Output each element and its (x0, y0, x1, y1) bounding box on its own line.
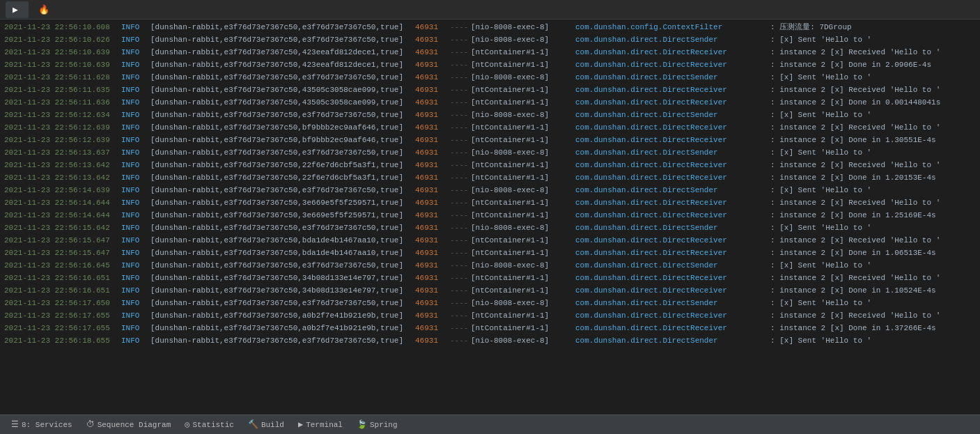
log-class[interactable]: com.dunshan.direct.DirectSender (575, 109, 770, 121)
log-dash: ---- (450, 297, 471, 309)
table-row: 2021-11-23 22:56:15.642 INFO [dunshan-ra… (0, 222, 980, 234)
tab-endpoints[interactable]: 🔥 (31, 1, 60, 18)
log-level: INFO (121, 322, 150, 334)
log-class[interactable]: com.dunshan.direct.DirectReceiver (575, 84, 770, 96)
log-class[interactable]: com.dunshan.direct.DirectReceiver (575, 247, 770, 259)
table-row: 2021-11-23 22:56:17.650 INFO [dunshan-ra… (0, 297, 980, 309)
log-trace: [dunshan-rabbit,e3f76d73e7367c50,3e669e5… (150, 209, 415, 222)
log-pid: 46931 (415, 334, 450, 347)
log-class[interactable]: com.dunshan.direct.DirectSender (575, 33, 770, 46)
log-dash: ---- (450, 184, 471, 196)
log-pid: 46931 (415, 134, 450, 146)
tab-console[interactable]: ▶ (6, 1, 29, 18)
log-time: 2021-11-23 22:56:16.651 (4, 284, 121, 297)
log-msg: : instance 2 [x] Done in 0.001448041s (770, 96, 976, 109)
log-level: INFO (121, 84, 150, 96)
log-msg: : [x] Sent 'Hello to ' (770, 109, 976, 121)
bottom-bar: ☰8: Services⏱Sequence Diagram◎Statistic🔨… (0, 414, 980, 434)
log-trace: [dunshan-rabbit,e3f76d73e7367c50,a0b2f7e… (150, 309, 415, 322)
log-pid: 46931 (415, 146, 450, 159)
log-trace: [dunshan-rabbit,e3f76d73e7367c50,bda1de4… (150, 247, 415, 259)
log-class[interactable]: com.dunshan.direct.DirectSender (575, 222, 770, 234)
log-trace: [dunshan-rabbit,e3f76d73e7367c50,e3f76d7… (150, 146, 415, 159)
log-class[interactable]: com.dunshan.direct.DirectReceiver (575, 309, 770, 322)
endpoints-icon: 🔥 (38, 4, 49, 15)
log-level: INFO (121, 171, 150, 184)
log-level: INFO (121, 159, 150, 171)
log-class[interactable]: com.dunshan.direct.DirectSender (575, 71, 770, 84)
log-trace: [dunshan-rabbit,e3f76d73e7367c50,e3f76d7… (150, 184, 415, 196)
log-class[interactable]: com.dunshan.direct.DirectReceiver (575, 134, 770, 146)
log-level: INFO (121, 334, 150, 347)
log-pid: 46931 (415, 46, 450, 59)
log-dash: ---- (450, 259, 471, 272)
table-row: 2021-11-23 22:56:11.636 INFO [dunshan-ra… (0, 96, 980, 109)
log-class[interactable]: com.dunshan.direct.DirectReceiver (575, 159, 770, 171)
log-time: 2021-11-23 22:56:16.645 (4, 259, 121, 272)
log-level: INFO (121, 284, 150, 297)
log-thread: [ntContainer#1-1] (471, 234, 575, 247)
bottom-tab-statistic[interactable]: ◎Statistic (178, 417, 241, 432)
log-class[interactable]: com.dunshan.direct.DirectSender (575, 259, 770, 272)
table-row: 2021-11-23 22:56:10.639 INFO [dunshan-ra… (0, 59, 980, 71)
log-level: INFO (121, 134, 150, 146)
log-level: INFO (121, 196, 150, 209)
log-level: INFO (121, 272, 150, 284)
log-class[interactable]: com.dunshan.direct.DirectSender (575, 184, 770, 196)
log-msg: : instance 2 [x] Done in 1.10524E-4s (770, 284, 976, 297)
statistic-icon: ◎ (185, 419, 189, 430)
log-class[interactable]: com.dunshan.direct.DirectReceiver (575, 59, 770, 71)
log-class[interactable]: com.dunshan.direct.DirectReceiver (575, 284, 770, 297)
log-class[interactable]: com.dunshan.direct.DirectReceiver (575, 196, 770, 209)
log-class[interactable]: com.dunshan.direct.DirectReceiver (575, 272, 770, 284)
table-row: 2021-11-23 22:56:11.635 INFO [dunshan-ra… (0, 84, 980, 96)
console-area: 2021-11-23 22:56:10.608 INFO [dunshan-ra… (0, 20, 980, 414)
log-pid: 46931 (415, 272, 450, 284)
log-trace: [dunshan-rabbit,e3f76d73e7367c50,22f6e7d… (150, 171, 415, 184)
log-thread: [ntContainer#1-1] (471, 171, 575, 184)
log-class[interactable]: com.dunshan.direct.DirectSender (575, 146, 770, 159)
bottom-tab-services[interactable]: ☰8: Services (4, 417, 79, 432)
log-level: INFO (121, 184, 150, 196)
log-class[interactable]: com.dunshan.direct.DirectSender (575, 297, 770, 309)
table-row: 2021-11-23 22:56:14.639 INFO [dunshan-ra… (0, 184, 980, 196)
log-class[interactable]: com.dunshan.config.ContextFilter (575, 21, 770, 33)
log-trace: [dunshan-rabbit,e3f76d73e7367c50,bf9bbb2… (150, 134, 415, 146)
log-pid: 46931 (415, 284, 450, 297)
log-pid: 46931 (415, 196, 450, 209)
log-thread: [ntContainer#1-1] (471, 272, 575, 284)
log-trace: [dunshan-rabbit,e3f76d73e7367c50,bf9bbb2… (150, 121, 415, 134)
log-class[interactable]: com.dunshan.direct.DirectReceiver (575, 234, 770, 247)
log-class[interactable]: com.dunshan.direct.DirectReceiver (575, 322, 770, 334)
log-pid: 46931 (415, 171, 450, 184)
log-thread: [ntContainer#1-1] (471, 209, 575, 222)
log-trace: [dunshan-rabbit,e3f76d73e7367c50,e3f76d7… (150, 334, 415, 347)
bottom-tab-terminal[interactable]: ▶Terminal (291, 417, 350, 432)
log-msg: : [x] Sent 'Hello to ' (770, 334, 976, 347)
log-class[interactable]: com.dunshan.direct.DirectReceiver (575, 209, 770, 222)
log-time: 2021-11-23 22:56:15.642 (4, 222, 121, 234)
log-class[interactable]: com.dunshan.direct.DirectSender (575, 334, 770, 347)
log-pid: 46931 (415, 322, 450, 334)
log-class[interactable]: com.dunshan.direct.DirectReceiver (575, 171, 770, 184)
log-dash: ---- (450, 196, 471, 209)
log-dash: ---- (450, 21, 471, 33)
log-class[interactable]: com.dunshan.direct.DirectReceiver (575, 96, 770, 109)
log-dash: ---- (450, 222, 471, 234)
log-msg: : [x] Sent 'Hello to ' (770, 297, 976, 309)
log-thread: [ntContainer#1-1] (471, 46, 575, 59)
log-time: 2021-11-23 22:56:17.655 (4, 322, 121, 334)
log-class[interactable]: com.dunshan.direct.DirectReceiver (575, 46, 770, 59)
log-thread: [ntContainer#1-1] (471, 134, 575, 146)
bottom-tab-spring[interactable]: 🍃Spring (350, 417, 405, 432)
log-level: INFO (121, 247, 150, 259)
bottom-tab-sequence[interactable]: ⏱Sequence Diagram (79, 417, 178, 432)
log-class[interactable]: com.dunshan.direct.DirectReceiver (575, 121, 770, 134)
log-thread: [nio-8008-exec-8] (471, 222, 575, 234)
table-row: 2021-11-23 22:56:15.647 INFO [dunshan-ra… (0, 247, 980, 259)
bottom-tab-build[interactable]: 🔨Build (241, 417, 291, 432)
log-time: 2021-11-23 22:56:10.639 (4, 46, 121, 59)
log-time: 2021-11-23 22:56:14.639 (4, 184, 121, 196)
log-msg: : instance 2 [x] Done in 2.0906E-4s (770, 59, 976, 71)
log-msg: : instance 2 [x] Received 'Hello to ' (770, 84, 976, 96)
